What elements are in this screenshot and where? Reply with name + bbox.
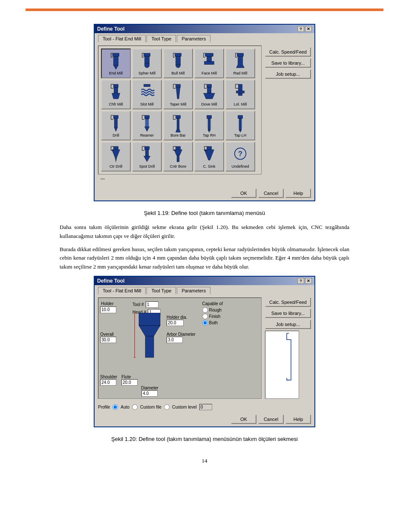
overall-input[interactable]	[100, 337, 116, 343]
dialog2-help-footer-btn[interactable]: Help	[285, 415, 311, 424]
shoulder-area: Shoulder	[100, 375, 117, 386]
tool-cell-slot-mill[interactable]: Slot Mill	[132, 80, 162, 109]
chfr-mill-label: Chfr Mill	[109, 103, 123, 107]
diameter-label: Diameter	[141, 386, 158, 390]
tool-cell-spher-mill[interactable]: Spher Mill	[132, 49, 162, 78]
svg-marker-84	[208, 130, 210, 132]
holder-label: Holder	[101, 301, 113, 306]
tool-cell-reamer[interactable]: Reamer	[132, 111, 162, 140]
flute-label: Flute	[121, 375, 138, 379]
dialog2-body: Holder Tool # Head #	[95, 294, 314, 402]
profile-row: Profile Auto Custom file Custom level	[95, 402, 314, 412]
dialog2-close-btn[interactable]: ✕	[305, 278, 312, 284]
holder-value-input[interactable]	[100, 306, 116, 313]
bore-bar-label: Bore Bar	[170, 134, 186, 138]
dialog1-help-footer-btn[interactable]: Help	[285, 189, 311, 198]
tool-image	[132, 313, 167, 365]
define-tool-dialog-1: Define Tool ? ✕ Tool - Flat End Mill Too…	[94, 24, 315, 201]
dialog1-ok-btn[interactable]: OK	[231, 189, 256, 198]
dialog2-save-to-library-btn[interactable]: Save to library...	[265, 309, 311, 318]
custom-file-radio[interactable]	[132, 404, 138, 410]
tool-cell-drill[interactable]: Drill	[101, 111, 131, 140]
tool-cell-bore-bar[interactable]: Bore Bar	[163, 111, 193, 140]
svg-rect-96	[113, 146, 118, 150]
capable-of-area: Capable of Rough Finish Both	[202, 301, 223, 326]
holder-dia-input[interactable]	[167, 320, 184, 326]
tool-cell-taper-mill[interactable]: Taper Mill	[163, 80, 193, 109]
tool-cell-lol-mill[interactable]: Lol. Mill	[225, 80, 255, 109]
tool-cell-bull-mill[interactable]: Bull Mill	[163, 49, 193, 78]
auto-label: Auto	[121, 405, 130, 409]
svg-point-8	[144, 63, 149, 68]
svg-rect-86	[239, 119, 242, 130]
tool-cell-tap-rh[interactable]: Tap RH	[194, 111, 224, 140]
dialog2-job-setup-btn[interactable]: Job setup...	[265, 320, 311, 329]
tool-cell-face-mill[interactable]: Face Mill	[194, 49, 224, 78]
tool-num-input[interactable]	[146, 301, 158, 308]
svg-marker-53	[114, 128, 118, 132]
paragraph-1: Daha sonra takım ölçülerinin girildiği s…	[60, 223, 349, 241]
svg-rect-28	[114, 88, 118, 93]
face-mill-icon	[200, 52, 219, 71]
paragraph-2: Burada dikkat edilmesi gereken husus, se…	[60, 245, 349, 272]
tool-cell-chfr-mill[interactable]: Chfr Mill	[101, 80, 131, 109]
tab-tool-flat-end-mill[interactable]: Tool - Flat End Mill	[98, 35, 146, 43]
tool-cell-c-sink[interactable]: C. Sink	[194, 142, 224, 172]
dialog1-cancel-btn[interactable]: Cancel	[258, 189, 284, 198]
dialog2-calc-speed-feed-btn[interactable]: Calc. Speed/Feed	[265, 297, 311, 307]
svg-rect-57	[144, 115, 149, 119]
spher-mill-icon	[138, 52, 156, 71]
calc-speed-feed-btn[interactable]: Calc. Speed/Feed	[265, 47, 311, 57]
ctr-drill-icon	[107, 145, 125, 164]
shoulder-input[interactable]	[100, 379, 116, 386]
auto-radio[interactable]	[112, 404, 118, 410]
tab2-tool-type[interactable]: Tool Type	[147, 287, 176, 294]
dialog1-close-btn[interactable]: ✕	[305, 26, 312, 32]
tool-cell-spot-drill[interactable]: Spot Drill	[132, 142, 162, 172]
tab2-parameters[interactable]: Parameters	[177, 287, 210, 294]
custom-level-input[interactable]	[199, 404, 212, 410]
rough-radio[interactable]	[202, 307, 208, 313]
svg-rect-39	[207, 84, 211, 88]
tab2-tool-flat-end-mill[interactable]: Tool - Flat End Mill	[98, 287, 146, 295]
dialog1-body: End Mill	[95, 42, 314, 186]
svg-rect-27	[113, 84, 118, 88]
finish-radio[interactable]	[202, 314, 208, 319]
tool-cell-dove-mill[interactable]: Dove Mill	[194, 80, 224, 109]
diameter-input[interactable]	[141, 390, 158, 397]
svg-marker-29	[112, 93, 120, 99]
finish-label: Finish	[209, 314, 221, 319]
svg-rect-46	[236, 91, 245, 93]
tab-parameters[interactable]: Parameters	[177, 35, 210, 42]
dialog2-tab-strip: Tool - Flat End Mill Tool Type Parameter…	[95, 285, 314, 294]
tool-cell-undefined[interactable]: ? Undefined	[225, 142, 255, 172]
save-to-library-btn[interactable]: Save to library...	[265, 58, 311, 68]
tool-cell-ctr-drill[interactable]: Ctr Drill	[101, 142, 131, 172]
tool-cell-cntr-bore[interactable]: Cntr Bore	[163, 142, 193, 172]
custom-file-label: Custom file	[140, 405, 161, 409]
dialog2-cancel-btn[interactable]: Cancel	[258, 415, 284, 424]
dialog2-titlebar: Define Tool ? ✕	[95, 277, 314, 285]
rough-label: Rough	[209, 308, 222, 312]
tool-cell-tap-lh[interactable]: Tap LH	[225, 111, 255, 140]
flute-input[interactable]	[121, 379, 138, 386]
tool-cell-end-mill[interactable]: End Mill	[101, 49, 131, 78]
svg-marker-35	[176, 88, 180, 99]
flute-area: Flute	[121, 375, 138, 386]
svg-rect-52	[114, 119, 118, 128]
custom-level-radio[interactable]	[164, 404, 170, 410]
dove-mill-label: Dove Mill	[201, 103, 217, 107]
dialog2-help-btn[interactable]: ?	[297, 278, 304, 284]
reamer-label: Reamer	[140, 134, 154, 138]
arbor-dia-input[interactable]	[167, 337, 183, 343]
slot-mill-label: Slot Mill	[140, 103, 154, 107]
dialog2-ok-btn[interactable]: OK	[231, 415, 256, 424]
tab-tool-type[interactable]: Tool Type	[147, 35, 176, 42]
dialog1-help-btn[interactable]: ?	[297, 26, 304, 32]
holder-dia-label: Holder dia.	[167, 315, 187, 320]
job-setup-btn[interactable]: Job setup...	[265, 69, 311, 79]
dialog1-title: Define Tool	[97, 26, 124, 32]
both-radio[interactable]	[202, 320, 208, 326]
tool-cell-rad-mill[interactable]: Rad Mill	[225, 49, 255, 78]
overall-area: Overall	[100, 332, 116, 343]
